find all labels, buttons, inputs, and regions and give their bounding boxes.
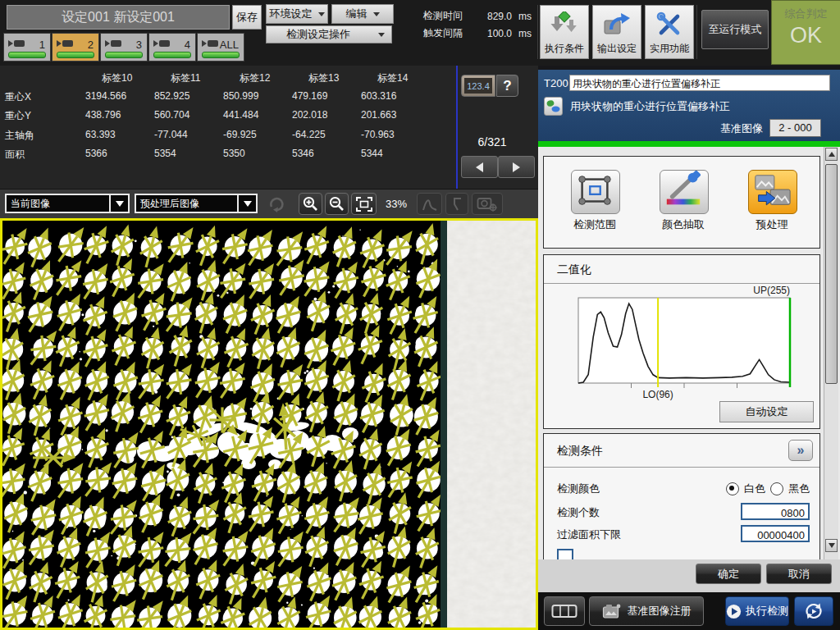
scroll-down-button[interactable] <box>825 539 838 552</box>
viewer-canvas[interactable] <box>2 221 536 628</box>
image-viewer[interactable] <box>0 218 538 630</box>
column-header: 标签10 <box>102 71 132 85</box>
utility-tools-icon <box>655 11 683 42</box>
row-label: 主轴角 <box>5 129 34 143</box>
continuous-run-button[interactable] <box>794 596 833 626</box>
table-cell: -64.225 <box>292 129 326 140</box>
divider <box>537 5 538 59</box>
toolbar-button-1[interactable]: 执行条件 <box>540 5 589 59</box>
table-cell: 560.704 <box>154 109 189 121</box>
expand-button[interactable]: » <box>788 440 813 461</box>
table-cell: 3194.566 <box>85 90 126 102</box>
condition-title: 检测条件 <box>544 434 819 467</box>
detect-settings-ops-menu[interactable]: 检测设定操作 <box>266 25 392 43</box>
scrollbar-thumb[interactable] <box>825 164 838 384</box>
numeric-display-button[interactable]: 123.4 <box>461 75 495 97</box>
panel-tool-button-1[interactable] <box>571 170 620 214</box>
edit-menu[interactable]: 编辑 <box>331 4 394 24</box>
table-cell: -69.925 <box>223 129 257 140</box>
zoom-out-button[interactable] <box>325 193 349 215</box>
next-page-button[interactable] <box>498 156 535 178</box>
help-button[interactable]: ? <box>496 75 518 97</box>
trigger-icon <box>105 40 121 47</box>
color-extract-icon <box>660 200 706 214</box>
judgement-value: OK <box>772 23 840 48</box>
image-history-button[interactable] <box>544 596 585 626</box>
environment-settings-menu[interactable]: 环境设定 <box>266 4 328 24</box>
output-settings-icon <box>602 11 632 42</box>
ok-button[interactable]: 确定 <box>696 564 761 584</box>
register-reference-image-button[interactable]: 基准图像注册 <box>589 596 704 626</box>
arrow-up-icon <box>829 152 835 157</box>
detect-count-row: 检测个数 0800 <box>544 502 820 523</box>
camera-tab-4[interactable]: 4 <box>148 33 196 62</box>
trigger-icon <box>202 40 218 47</box>
tool-description: 用块状物的重心进行位置偏移补正 <box>570 99 730 114</box>
toolbar-button-3[interactable]: 实用功能 <box>645 5 694 59</box>
detect-range-icon <box>572 200 618 214</box>
table-cell: 852.925 <box>154 90 189 102</box>
menu-label: 编辑 <box>346 7 368 21</box>
top-bar: 设定001 新设定001 保存 环境设定 编辑 检测设定操作 1234ALL 检… <box>0 0 840 66</box>
black-radio[interactable] <box>770 482 783 495</box>
table-cell: 479.169 <box>292 90 327 102</box>
table-cell: 5344 <box>361 148 383 159</box>
run-label: 执行检测 <box>746 604 788 619</box>
filter-area-input[interactable]: 00000400 <box>741 525 810 542</box>
detect-count-input[interactable]: 0800 <box>741 503 810 520</box>
divider <box>456 66 458 189</box>
preprocess-icon <box>749 200 795 214</box>
black-radio-label: 黑色 <box>788 482 810 496</box>
toolbar-button-2[interactable]: 输出设定 <box>592 5 641 59</box>
tab-label: 3 <box>136 39 142 51</box>
scroll-up-button[interactable] <box>825 148 838 161</box>
to-run-mode-button[interactable]: 至运行模式 <box>701 10 769 49</box>
camera-tab-2[interactable]: 2 <box>52 33 99 62</box>
filmstrip-icon <box>551 603 578 619</box>
prev-page-button[interactable] <box>461 156 498 178</box>
centroid-tool-icon <box>544 97 563 116</box>
table-cell: 438.796 <box>85 109 121 121</box>
menu-label: 检测设定操作 <box>286 27 350 42</box>
arrow-left-icon <box>476 162 483 172</box>
loop-icon <box>803 601 824 621</box>
overall-judgement-badge: 综合判定 OK <box>771 0 840 65</box>
panel-tool-button-3[interactable] <box>748 170 797 214</box>
camera-tab-ALL[interactable]: ALL <box>197 33 244 62</box>
tool-name-input[interactable]: 用块状物的重心进行位置偏移补正 <box>569 75 830 91</box>
detect-color-label: 检测颜色 <box>557 482 600 496</box>
image-source-dropdown[interactable]: 当前图像 <box>5 194 130 213</box>
binarization-histogram[interactable]: UP(255)LO(96) <box>546 285 819 401</box>
save-button[interactable]: 保存 <box>232 5 262 30</box>
vision-inspection-app: 设定001 新设定001 保存 环境设定 编辑 检测设定操作 1234ALL 检… <box>0 0 840 630</box>
white-radio[interactable] <box>726 482 739 495</box>
camera-tab-1[interactable]: 1 <box>3 33 51 62</box>
zoom-in-button[interactable] <box>299 193 322 215</box>
divider <box>696 5 697 59</box>
panel-tool-button-2[interactable] <box>660 170 709 214</box>
column-header: 标签11 <box>171 71 200 85</box>
run-detection-button[interactable]: 执行检测 <box>725 596 789 626</box>
tab-label: 2 <box>88 39 94 51</box>
register-label: 基准图像注册 <box>628 604 692 619</box>
refresh-icon <box>267 195 287 217</box>
image-stage-dropdown[interactable]: 预处理后图像 <box>135 194 258 213</box>
auto-set-button[interactable]: 自动设定 <box>719 401 814 422</box>
row-label: 重心Y <box>5 109 31 123</box>
detect-color-options: 白色 黑色 <box>726 482 810 496</box>
trigger-icon <box>8 40 25 47</box>
cancel-button[interactable]: 取消 <box>766 564 832 584</box>
flow-condition-icon <box>550 11 579 42</box>
fit-to-screen-button[interactable] <box>351 193 377 215</box>
table-cell: 603.316 <box>361 90 396 102</box>
numeric-display-label: 123.4 <box>464 78 492 94</box>
camera-tab-3[interactable]: 3 <box>100 33 148 62</box>
panel-scrollbar[interactable] <box>824 147 838 559</box>
status-divider <box>538 141 840 147</box>
svg-text:UP(255): UP(255) <box>753 285 790 296</box>
reference-image-value[interactable]: 2 - 000 <box>769 119 821 137</box>
table-cell: 5366 <box>85 148 107 159</box>
chevron-down-icon[interactable] <box>109 195 128 212</box>
chevron-down-icon[interactable] <box>237 195 256 212</box>
table-cell: 201.663 <box>361 109 396 121</box>
